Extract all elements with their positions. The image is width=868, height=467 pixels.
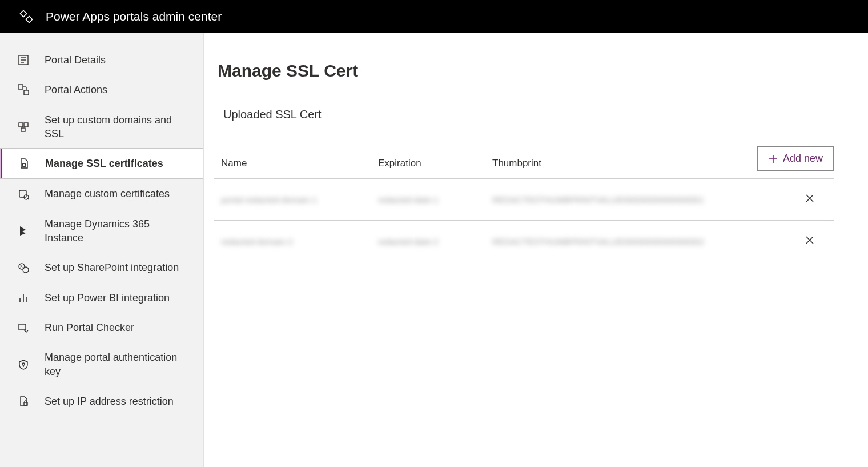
custom-cert-icon — [17, 189, 30, 200]
sidebar-item-label: Run Portal Checker — [45, 321, 134, 334]
app-logo-icon — [19, 10, 33, 23]
delete-row-button[interactable] — [804, 234, 815, 246]
sidebar-item-label: Set up SharePoint integration — [45, 261, 179, 274]
sidebar-item-label: Set up Power BI integration — [45, 291, 170, 305]
top-bar: Power Apps portals admin center — [0, 0, 868, 33]
table-row: redacted-domain-2 redacted-date-2 REDACT… — [214, 221, 834, 262]
main-content: Manage SSL Cert Uploaded SSL Cert Add ne… — [204, 33, 868, 467]
sidebar-item-label: Manage custom certificates — [45, 187, 170, 201]
svg-rect-23 — [19, 324, 26, 330]
details-icon — [17, 54, 30, 66]
table-header: Name Expiration Thumbprint — [214, 150, 834, 179]
powerbi-icon — [17, 292, 30, 304]
cell-thumbprint: REDACTEDTHUMBPRINTVALUE00000000000000001 — [492, 195, 793, 205]
svg-point-24 — [22, 363, 25, 365]
svg-rect-1 — [26, 16, 32, 22]
ip-restriction-icon — [17, 396, 30, 407]
svg-rect-6 — [18, 85, 23, 89]
sidebar-item-portal-actions[interactable]: Portal Actions — [0, 75, 203, 105]
auth-key-icon — [17, 359, 30, 370]
sidebar-item-label: Set up custom domains and SSL — [45, 113, 187, 141]
plus-icon — [768, 154, 778, 164]
sidebar-item-label: Set up IP address restriction — [45, 394, 174, 408]
dynamics-icon — [17, 225, 30, 237]
sidebar-item-powerbi[interactable]: Set up Power BI integration — [0, 283, 203, 313]
sidebar-item-label: Portal Actions — [45, 83, 107, 97]
svg-rect-0 — [20, 10, 26, 17]
svg-text:S: S — [20, 265, 23, 269]
sharepoint-icon: S — [17, 262, 30, 274]
sidebar-item-portal-checker[interactable]: Run Portal Checker — [0, 313, 203, 342]
svg-rect-11 — [24, 123, 28, 127]
cell-name: portal-redacted-domain-1 — [221, 195, 378, 205]
svg-rect-12 — [21, 128, 25, 131]
sidebar: Portal Details Portal Actions Set up cus… — [0, 33, 204, 467]
svg-rect-10 — [19, 123, 23, 127]
domains-icon — [17, 121, 30, 133]
sidebar-item-label: Manage portal authentication key — [45, 350, 187, 378]
cell-name: redacted-domain-2 — [221, 237, 378, 246]
add-new-button[interactable]: Add new — [757, 146, 834, 171]
sidebar-item-label: Manage Dynamics 365 Instance — [45, 217, 187, 245]
col-header-expiration: Expiration — [378, 158, 492, 169]
checker-icon — [17, 322, 30, 333]
col-header-thumbprint: Thumbprint — [492, 158, 793, 169]
page-title: Manage SSL Cert — [214, 61, 834, 81]
svg-rect-14 — [19, 190, 26, 197]
sidebar-item-label: Portal Details — [45, 53, 106, 67]
cert-icon — [18, 158, 30, 169]
ssl-cert-table: Name Expiration Thumbprint portal-redact… — [214, 150, 834, 262]
cell-expiration: redacted-date-2 — [378, 237, 492, 246]
sidebar-item-custom-certs[interactable]: Manage custom certificates — [0, 179, 203, 209]
sidebar-item-auth-key[interactable]: Manage portal authentication key — [0, 342, 203, 386]
sidebar-item-custom-domains[interactable]: Set up custom domains and SSL — [0, 105, 203, 149]
app-title: Power Apps portals admin center — [46, 10, 222, 23]
svg-point-18 — [23, 267, 29, 273]
actions-icon — [17, 84, 30, 95]
cell-expiration: redacted-date-1 — [378, 195, 492, 205]
sidebar-item-sharepoint[interactable]: S Set up SharePoint integration — [0, 253, 203, 282]
sidebar-item-portal-details[interactable]: Portal Details — [0, 45, 203, 75]
svg-point-13 — [22, 163, 26, 167]
sidebar-item-dynamics[interactable]: Manage Dynamics 365 Instance — [0, 209, 203, 253]
table-row: portal-redacted-domain-1 redacted-date-1… — [214, 179, 834, 221]
sidebar-item-ip-restriction[interactable]: Set up IP address restriction — [0, 386, 203, 416]
add-new-label: Add new — [783, 153, 823, 165]
sidebar-item-label: Manage SSL certificates — [45, 157, 163, 170]
svg-rect-7 — [24, 90, 29, 95]
section-title: Uploaded SSL Cert — [214, 108, 834, 121]
cell-thumbprint: REDACTEDTHUMBPRINTVALUE00000000000000002 — [492, 237, 793, 246]
sidebar-item-manage-ssl[interactable]: Manage SSL certificates — [0, 148, 203, 179]
col-header-name: Name — [221, 158, 378, 169]
delete-row-button[interactable] — [804, 193, 815, 204]
